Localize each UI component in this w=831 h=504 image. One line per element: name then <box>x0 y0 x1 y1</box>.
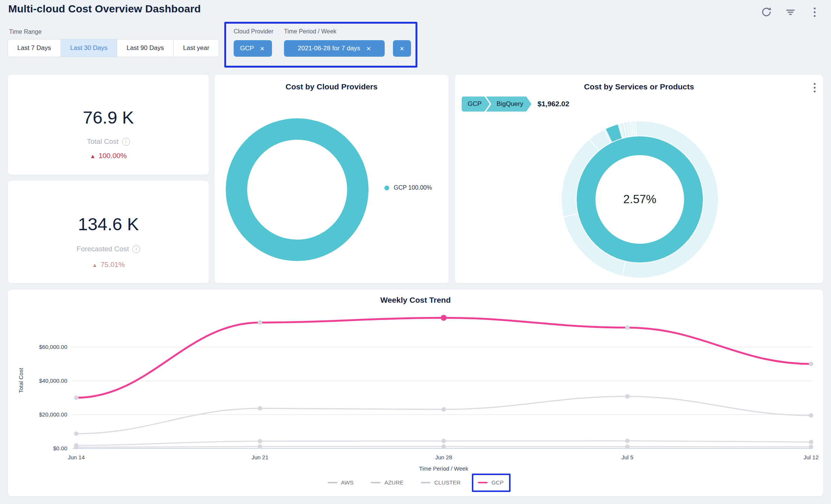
time-range-last-30-days[interactable]: Last 30 Days <box>60 39 117 57</box>
remove-chip-icon[interactable]: ✕ <box>366 46 371 51</box>
header-toolbar <box>760 5 821 19</box>
total-cost-card: 76.9 K Total Cost i ▲ 100.00% <box>8 74 209 175</box>
svg-text:Jun 21: Jun 21 <box>251 454 268 460</box>
legend-dash-icon <box>421 482 431 483</box>
legend-item-cluster[interactable]: CLUSTER <box>421 479 461 486</box>
clear-all-filters-button[interactable]: ✕ <box>393 40 411 57</box>
kebab-menu-icon[interactable] <box>808 5 821 19</box>
time-range-last-year[interactable]: Last year <box>173 39 219 57</box>
time-period-filter-chip[interactable]: 2021-06-28 for 7 days ✕ <box>284 40 385 57</box>
total-cost-delta: 100.00% <box>98 152 127 160</box>
time-period-filter-label: Time Period / Week <box>284 28 337 35</box>
arrow-up-icon: ▲ <box>90 153 96 159</box>
total-cost-value: 76.9 K <box>83 107 134 128</box>
close-icon: ✕ <box>400 46 405 51</box>
breadcrumb-gcp[interactable]: GCP <box>462 97 490 112</box>
forecasted-cost-value: 134.6 K <box>78 214 139 234</box>
cost-by-services-card: Cost by Services or Products GCP BigQuer… <box>455 74 823 284</box>
svg-text:Time Period / Week: Time Period / Week <box>419 465 468 472</box>
svg-text:Jul 5: Jul 5 <box>621 454 633 460</box>
svg-text:Jul 12: Jul 12 <box>804 454 819 460</box>
chip-value: GCP <box>240 45 254 52</box>
chip-value: 2021-06-28 for 7 days <box>298 45 360 52</box>
cloud-provider-filter-label: Cloud Provider <box>234 28 273 35</box>
trend-legend: AWS AZURE CLUSTER GCP <box>8 479 823 486</box>
svg-text:Total Cost: Total Cost <box>18 368 24 393</box>
cost-by-cloud-providers-card: Cost by Cloud Providers GCP 100.00% <box>214 74 449 284</box>
legend-dash-icon <box>328 482 337 483</box>
info-icon[interactable]: i <box>122 138 130 146</box>
info-icon[interactable]: i <box>132 245 140 253</box>
gcp-donut-chart[interactable] <box>226 118 369 261</box>
legend-label: AWS <box>341 479 354 486</box>
sunburst-center-label: 2.57% <box>562 121 718 278</box>
filter-icon[interactable] <box>784 5 797 19</box>
svg-text:$0.00: $0.00 <box>53 445 67 451</box>
time-range-last-90-days[interactable]: Last 90 Days <box>117 39 174 57</box>
weekly-cost-trend-chart[interactable]: $0.00$20,000.00$40,000.00$60,000.00Jun 1… <box>8 290 824 497</box>
total-cost-label: Total Cost <box>87 137 118 146</box>
time-range-button-group: Last 7 Days Last 30 Days Last 90 Days La… <box>8 39 219 57</box>
cost-by-cloud-providers-title: Cost by Cloud Providers <box>215 82 449 91</box>
cloud-provider-filter-chip[interactable]: GCP ✕ <box>234 40 272 57</box>
legend-dash-icon <box>478 482 488 483</box>
svg-text:$40,000.00: $40,000.00 <box>39 377 67 384</box>
legend-dash-icon <box>371 482 381 483</box>
annotation-box-filters: Cloud Provider Time Period / Week GCP ✕ … <box>224 22 417 68</box>
legend-item-gcp[interactable]: GCP <box>478 479 504 486</box>
refresh-icon[interactable] <box>760 5 773 19</box>
time-range-label: Time Range <box>9 29 42 35</box>
legend-label: AZURE <box>384 479 403 486</box>
svg-text:$20,000.00: $20,000.00 <box>39 411 67 418</box>
legend-label: GCP <box>491 479 504 486</box>
weekly-cost-trend-card: Weekly Cost Trend $0.00$20,000.00$40,000… <box>8 289 823 496</box>
arrow-up-icon: ▲ <box>92 262 98 268</box>
forecasted-cost-label: Forecasted Cost <box>77 245 129 253</box>
cost-by-services-title: Cost by Services or Products <box>455 82 823 91</box>
donut-legend-gcp[interactable]: GCP 100.00% <box>384 184 432 191</box>
remove-chip-icon[interactable]: ✕ <box>260 46 265 51</box>
time-range-last-7-days[interactable]: Last 7 Days <box>8 39 61 57</box>
forecasted-cost-card: 134.6 K Forecasted Cost i ▲ 75.01% <box>8 180 209 284</box>
card-kebab-menu-icon[interactable] <box>814 83 816 92</box>
breadcrumb-cost-value: $1,962.02 <box>538 100 570 108</box>
forecasted-cost-delta: 75.01% <box>101 261 125 269</box>
legend-dot-icon <box>384 186 389 190</box>
breadcrumb: GCP BigQuery $1,962.02 <box>462 97 569 112</box>
legend-label: CLUSTER <box>434 479 461 486</box>
legend-label: GCP 100.00% <box>394 184 432 191</box>
svg-text:Jun 28: Jun 28 <box>435 454 452 460</box>
legend-item-azure[interactable]: AZURE <box>371 479 403 486</box>
breadcrumb-bigquery[interactable]: BigQuery <box>486 97 532 112</box>
svg-text:$60,000.00: $60,000.00 <box>39 344 67 350</box>
legend-item-aws[interactable]: AWS <box>328 479 354 486</box>
svg-text:Jun 14: Jun 14 <box>68 454 85 460</box>
page-title: Multi-cloud Cost Overview Dashboard <box>8 3 201 15</box>
